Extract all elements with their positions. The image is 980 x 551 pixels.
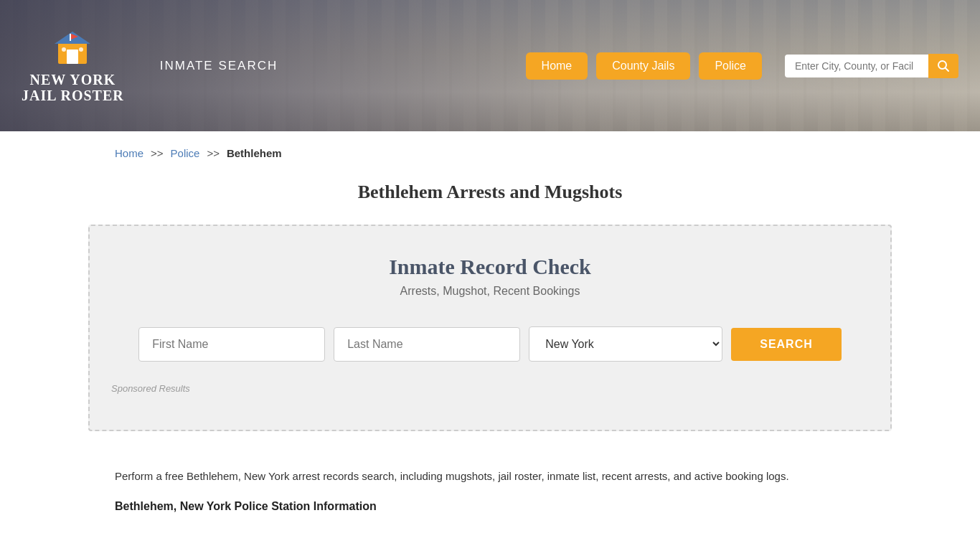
svg-line-8: [946, 67, 949, 71]
svg-rect-2: [67, 50, 78, 64]
logo-text-ny: NEW YORK: [30, 72, 116, 88]
breadcrumb-sep-2: >>: [207, 147, 220, 159]
nav-county-jails-button[interactable]: County Jails: [596, 52, 690, 80]
svg-point-5: [62, 47, 66, 52]
breadcrumb-home-link[interactable]: Home: [115, 147, 143, 159]
search-icon: [937, 60, 950, 72]
record-check-container: Inmate Record Check Arrests, Mugshot, Re…: [88, 225, 892, 431]
breadcrumb: Home >> Police >> Bethlehem: [0, 131, 980, 167]
search-form-row: New York Alabama Alaska Arizona Californ…: [111, 326, 869, 362]
state-select[interactable]: New York Alabama Alaska Arizona Californ…: [529, 326, 722, 362]
content-paragraph: Perform a free Bethlehem, New York arres…: [115, 467, 865, 486]
record-check-title: Inmate Record Check: [111, 255, 869, 279]
nav-home-button[interactable]: Home: [526, 52, 588, 80]
main-nav: Home County Jails Police: [526, 52, 958, 80]
page-title: Bethlehem Arrests and Mugshots: [0, 182, 980, 203]
header-search-area: [785, 54, 958, 78]
svg-rect-3: [70, 34, 71, 41]
search-button[interactable]: SEARCH: [731, 328, 842, 361]
record-check-subtitle: Arrests, Mugshot, Recent Bookings: [111, 285, 869, 298]
svg-point-6: [79, 47, 83, 52]
sponsored-label: Sponsored Results: [111, 383, 869, 394]
content-area: Perform a free Bethlehem, New York arres…: [0, 453, 980, 549]
inmate-search-label: INMATE SEARCH: [160, 59, 278, 73]
breadcrumb-police-link[interactable]: Police: [171, 147, 200, 159]
nav-police-button[interactable]: Police: [699, 52, 762, 80]
logo-text-jr: JAIL ROSTER: [22, 88, 124, 104]
header-search-input[interactable]: [785, 55, 928, 77]
page-title-area: Bethlehem Arrests and Mugshots: [0, 167, 980, 225]
breadcrumb-sep-1: >>: [151, 147, 164, 159]
logo-area: NEW YORK JAIL ROSTER: [22, 28, 124, 104]
last-name-input[interactable]: [334, 327, 520, 362]
header-search-button[interactable]: [928, 54, 958, 78]
first-name-input[interactable]: [138, 327, 325, 362]
content-subheading: Bethlehem, New York Police Station Infor…: [115, 500, 865, 513]
logo-icon: [51, 28, 94, 67]
breadcrumb-current: Bethlehem: [227, 147, 282, 159]
site-header: NEW YORK JAIL ROSTER INMATE SEARCH Home …: [0, 0, 980, 131]
